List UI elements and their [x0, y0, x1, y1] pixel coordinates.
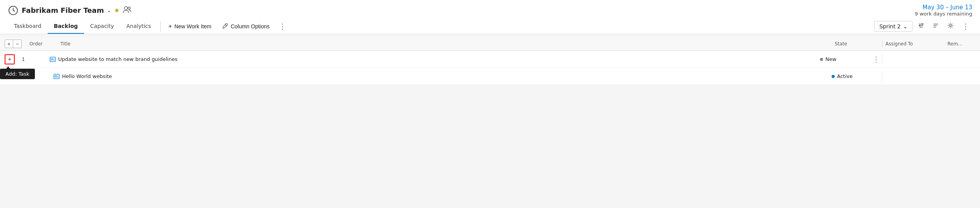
tab-analytics[interactable]: Analytics	[120, 19, 157, 34]
column-options-button[interactable]: Column Options	[217, 21, 274, 33]
state-dot	[832, 75, 835, 78]
svg-rect-11	[50, 57, 55, 62]
sprint-days: 9 work days remaining	[915, 11, 972, 17]
work-items-table: + − Order Title State Assigned To Rem...…	[0, 37, 980, 85]
row-title-text: Update website to match new brand guidel…	[58, 56, 177, 62]
state-label: Active	[837, 73, 853, 79]
team-name: Fabrikam Fiber Team	[22, 6, 104, 14]
row-title-text: Hello World website	[62, 73, 112, 79]
favorite-icon[interactable]: ★	[114, 7, 119, 14]
table-header: + − Order Title State Assigned To Rem...	[0, 37, 980, 51]
new-work-item-button[interactable]: + New Work Item	[164, 21, 216, 32]
column-header-rem: Rem...	[944, 40, 975, 48]
sort-button[interactable]	[930, 21, 942, 32]
svg-rect-13	[54, 74, 59, 79]
sprint-dropdown-chevron-icon: ⌄	[903, 23, 908, 29]
settings-button[interactable]	[944, 21, 957, 32]
plus-icon: +	[169, 23, 172, 30]
svg-point-10	[950, 25, 952, 27]
new-work-item-label: New Work Item	[174, 23, 211, 29]
row-title: Update website to match new brand guidel…	[50, 56, 820, 62]
column-header-title: Title	[57, 40, 832, 48]
work-item-icon	[53, 73, 60, 80]
column-options-label: Column Options	[231, 23, 269, 29]
sprint-dropdown[interactable]: Sprint 2 ⌄	[874, 21, 913, 32]
column-header-state: State	[832, 40, 882, 48]
row-title: Hello World website	[53, 73, 832, 80]
row-more-button[interactable]: ⋮	[870, 54, 882, 64]
more-actions-button[interactable]: ⋮	[276, 20, 289, 33]
sprint-info: May 30 – June 13 9 work days remaining	[915, 4, 972, 17]
toolbar-more-button[interactable]: ⋮	[959, 20, 972, 33]
sprint-dates: May 30 – June 13	[915, 4, 972, 11]
row-order: 1	[19, 56, 50, 62]
collapse-all-button[interactable]: −	[13, 40, 22, 48]
nav-divider	[160, 21, 161, 32]
svg-line-3	[225, 24, 227, 26]
state-dot	[820, 58, 823, 61]
svg-point-1	[124, 7, 127, 10]
team-members-icon[interactable]	[123, 6, 131, 15]
wrench-icon	[222, 23, 228, 30]
team-icon	[8, 5, 19, 16]
team-dropdown-icon[interactable]: ⌄	[107, 8, 111, 13]
add-child-button[interactable]: +	[5, 54, 15, 64]
add-task-tooltip: Add: Task	[0, 69, 35, 79]
column-header-order: Order	[26, 40, 57, 48]
row-divider	[882, 71, 882, 82]
row-state: Active	[832, 73, 882, 79]
row-state: New	[820, 56, 870, 62]
table-row: + Add: Task 1 Update website to match ne…	[0, 51, 980, 68]
sprint-label: Sprint 2	[879, 23, 901, 29]
expand-all-button[interactable]: +	[5, 40, 13, 48]
tab-capacity[interactable]: Capacity	[84, 19, 120, 34]
svg-point-2	[128, 7, 130, 9]
work-item-icon	[50, 56, 56, 62]
expand-collapse-controls: + −	[5, 40, 22, 48]
state-label: New	[825, 56, 836, 62]
filter-button[interactable]	[915, 21, 927, 32]
row-divider	[882, 54, 882, 65]
column-header-assigned-to: Assigned To	[882, 40, 944, 48]
tab-taskboard[interactable]: Taskboard	[8, 19, 48, 34]
tab-backlog[interactable]: Backlog	[48, 19, 84, 34]
table-row: Hello World website Active	[0, 68, 980, 85]
